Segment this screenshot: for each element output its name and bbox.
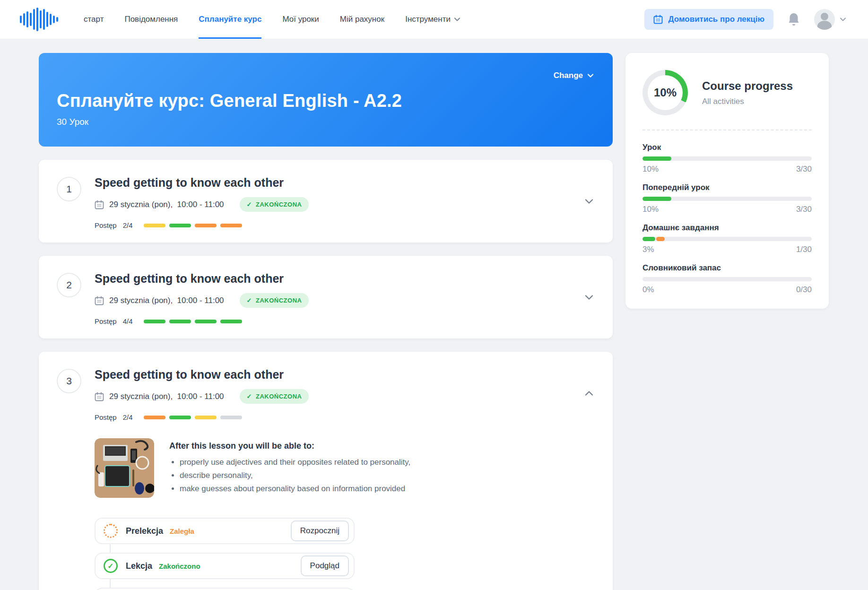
nav-item-tools[interactable]: Інструменти xyxy=(405,0,460,39)
row-percent: 10% xyxy=(642,165,659,174)
calendar-icon xyxy=(95,200,104,209)
row-count: 3/30 xyxy=(796,205,812,214)
calendar-icon xyxy=(653,15,663,24)
progress-ring: 10% xyxy=(642,70,688,115)
top-navigation-bar: старт Повідомлення Сплануйте курс Мої ур… xyxy=(0,0,868,39)
expand-chevron-down-icon[interactable] xyxy=(584,197,594,206)
progress-label: Postęp xyxy=(95,221,117,229)
progress-value: 2/4 xyxy=(123,413,133,421)
progress-row-previous-lesson: Попередній урок 10% 3/30 xyxy=(642,183,812,214)
lesson-number: 1 xyxy=(57,177,81,201)
preview-button[interactable]: Podgląd xyxy=(301,555,349,576)
progress-value: 2/4 xyxy=(123,221,133,229)
lesson-card-3: 3 Speed getting to know each other 29 st… xyxy=(39,352,613,590)
nav-item-my-lessons[interactable]: Мої уроки xyxy=(282,0,319,39)
nav-item-tools-label: Інструменти xyxy=(405,15,451,24)
row-count: 1/30 xyxy=(796,245,812,254)
outcome-item: properly use adjectives and their opposi… xyxy=(180,458,410,467)
change-label: Change xyxy=(554,71,583,80)
activity-row-prelekcja: Prelekcja Zaległa Rozpocznij xyxy=(95,518,355,544)
calendar-icon xyxy=(95,296,104,305)
main-nav: старт Повідомлення Сплануйте курс Мої ур… xyxy=(84,0,460,39)
progress-bar xyxy=(642,197,812,201)
start-button[interactable]: Rozpocznij xyxy=(291,521,349,541)
calendar-icon xyxy=(95,392,104,401)
lesson-details: After this lesson you will be able to: p… xyxy=(95,438,594,498)
topbar-actions: Домовитись про лекцію xyxy=(644,9,846,30)
page-title: Сплануйте курс: General English - A2.2 xyxy=(57,91,594,111)
expand-chevron-down-icon[interactable] xyxy=(584,293,594,302)
progress-label: Postęp xyxy=(95,317,117,325)
activity-status: Zakończono xyxy=(159,562,200,570)
brand-logo-soundwave-icon[interactable] xyxy=(20,5,58,34)
check-icon: ✓ xyxy=(247,393,252,400)
activity-name: Prelekcja xyxy=(126,526,163,536)
change-course-button[interactable]: Change xyxy=(554,71,594,80)
lesson-title: Speed getting to know each other xyxy=(95,368,594,382)
progress-value: 4/4 xyxy=(123,317,133,325)
lesson-outcomes-heading: After this lesson you will be able to: xyxy=(169,441,410,451)
lesson-datetime: 29 stycznia (pon), 10:00 - 11:00 xyxy=(109,392,224,401)
nav-item-start[interactable]: старт xyxy=(84,0,104,39)
avatar xyxy=(814,9,835,30)
lesson-card-1: 1 Speed getting to know each other 29 st… xyxy=(39,160,613,243)
check-icon: ✓ xyxy=(247,297,252,304)
lesson-datetime: 29 stycznia (pon), 10:00 - 11:00 xyxy=(109,200,224,209)
chevron-down-icon xyxy=(454,16,460,23)
progress-bar xyxy=(642,156,812,161)
progress-panel-subtitle: All activities xyxy=(702,97,793,106)
progress-row-lessons: Урок 10% 3/30 xyxy=(642,143,812,174)
progress-row-vocabulary: Словниковий запас 0% 0/30 xyxy=(642,263,812,295)
activity-status: Zaległa xyxy=(170,527,194,535)
check-icon: ✓ xyxy=(247,201,252,208)
row-percent: 10% xyxy=(642,205,659,214)
row-percent: 3% xyxy=(642,245,654,254)
lesson-thumbnail-image xyxy=(95,438,154,498)
status-badge: ✓ ZAKOŃCZONA xyxy=(240,389,309,404)
progress-bar xyxy=(642,277,812,281)
lesson-number: 2 xyxy=(57,273,81,297)
course-banner: Change Сплануйте курс: General English -… xyxy=(39,53,613,147)
chevron-down-icon xyxy=(840,16,846,23)
nav-item-messages[interactable]: Повідомлення xyxy=(124,0,178,39)
completed-check-circle-icon: ✓ xyxy=(104,559,118,573)
status-badge: ✓ ZAKOŃCZONA xyxy=(240,293,309,308)
collapse-chevron-up-icon[interactable] xyxy=(584,389,594,398)
row-count: 3/30 xyxy=(796,165,812,174)
outcome-item: describe personality, xyxy=(180,471,410,480)
nav-item-my-account[interactable]: Мій рахунок xyxy=(340,0,384,39)
lesson-card-2: 2 Speed getting to know each other 29 st… xyxy=(39,256,613,338)
lesson-number: 3 xyxy=(57,369,81,393)
progress-row-homework: Домашнє завдання 3% 1/30 xyxy=(642,223,812,254)
chevron-down-icon xyxy=(587,72,594,79)
pending-dotted-circle-icon xyxy=(104,524,118,538)
outcome-item: make guesses about personality based on … xyxy=(180,484,410,494)
activity-row-cutoff xyxy=(95,588,355,590)
progress-pills xyxy=(144,224,242,227)
progress-ring-percent: 10% xyxy=(648,75,683,110)
progress-label: Postęp xyxy=(95,413,117,421)
notifications-bell-icon[interactable] xyxy=(788,12,800,26)
progress-pills xyxy=(144,416,242,419)
user-menu[interactable] xyxy=(814,9,846,30)
lesson-activities: Prelekcja Zaległa Rozpocznij ✓ Lekcja Za… xyxy=(95,518,355,590)
progress-panel-title: Course progress xyxy=(702,79,793,93)
progress-pills xyxy=(144,320,242,323)
lesson-count: 30 Урок xyxy=(57,117,594,127)
nav-item-plan-course[interactable]: Сплануйте курс xyxy=(199,0,261,39)
book-lesson-button[interactable]: Домовитись про лекцію xyxy=(644,9,773,30)
row-count: 0/30 xyxy=(796,285,812,295)
lesson-title: Speed getting to know each other xyxy=(95,176,594,190)
book-lesson-label: Домовитись про лекцію xyxy=(668,15,764,24)
activity-name: Lekcja xyxy=(126,561,152,571)
status-badge: ✓ ZAKOŃCZONA xyxy=(240,197,309,212)
lesson-outcomes-list: properly use adjectives and their opposi… xyxy=(180,458,410,494)
row-percent: 0% xyxy=(642,285,654,295)
activity-row-lekcja: ✓ Lekcja Zakończono Podgląd xyxy=(95,553,355,579)
lesson-title: Speed getting to know each other xyxy=(95,272,594,286)
course-progress-panel: 10% Course progress All activities Урок … xyxy=(625,53,829,309)
lesson-datetime: 29 stycznia (pon), 10:00 - 11:00 xyxy=(109,296,224,305)
progress-bar xyxy=(642,237,812,241)
